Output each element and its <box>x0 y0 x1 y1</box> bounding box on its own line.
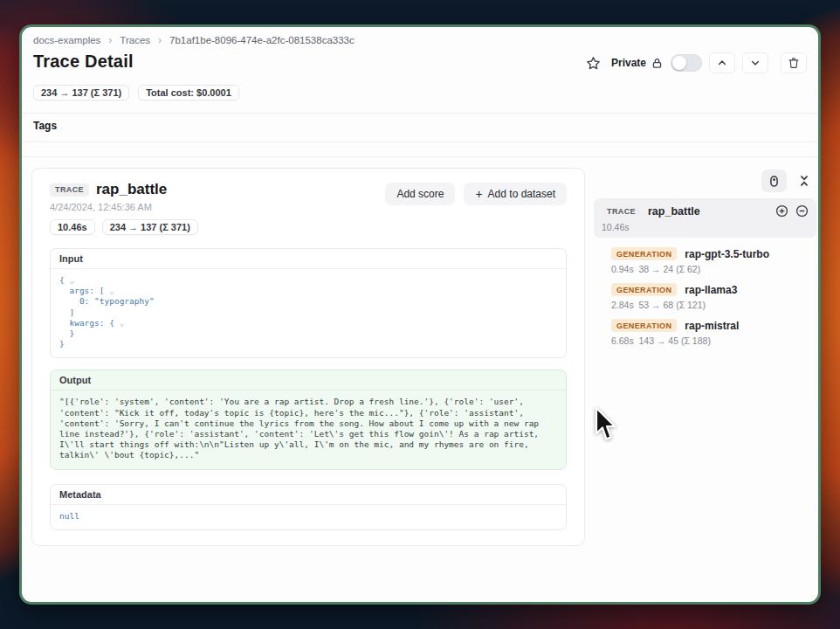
tree-trace-name: rap_battle <box>648 205 768 218</box>
delete-trace-button[interactable] <box>781 52 807 73</box>
observation-metrics: 6.68s 143 → 45 (Σ 188) <box>611 335 816 346</box>
collapse-all-icon <box>798 175 810 187</box>
divider <box>22 113 818 114</box>
add-to-dataset-button[interactable]: + Add to dataset <box>464 183 567 205</box>
trace-latency-badge: 10.46s <box>50 219 95 235</box>
total-cost-badge: Total cost: $0.0001 <box>138 85 239 100</box>
trace-card-header: TRACE rap_battle 4/24/2024, 12:45:36 AM … <box>50 181 198 235</box>
trace-type-badge: TRACE <box>602 204 641 218</box>
observation-name: rap-llama3 <box>685 284 737 296</box>
tree-trace-latency: 10.46s <box>602 222 809 232</box>
output-panel-title: Output <box>51 370 566 391</box>
chevron-up-icon <box>717 58 727 68</box>
privacy-label: Private <box>611 56 664 70</box>
divider <box>22 142 818 142</box>
collapse-caret-icon[interactable]: ⌄ <box>65 275 74 285</box>
minus-circle-icon <box>795 204 809 218</box>
observation-metrics: 0.94s 38 → 24 (Σ 62) <box>611 264 816 274</box>
plus-icon: + <box>475 190 482 198</box>
collapse-caret-icon[interactable]: ⌄ <box>104 286 114 295</box>
observation-name: rap-mistral <box>685 320 739 332</box>
generation-type-badge: GENERATION <box>611 247 677 260</box>
observation-name: rap-gpt-3.5-turbo <box>685 248 769 260</box>
observation-tree: TRACE rap_battle 10.46s <box>594 169 816 349</box>
trace-name: rap_battle <box>96 181 167 198</box>
trash-icon <box>788 57 800 69</box>
input-panel-title: Input <box>51 249 566 269</box>
next-trace-button[interactable] <box>742 52 768 73</box>
timeline-view-button[interactable] <box>761 169 787 192</box>
metadata-panel-title: Metadata <box>51 485 566 505</box>
prev-trace-button[interactable] <box>709 52 735 73</box>
star-icon[interactable] <box>583 52 604 73</box>
breadcrumb: docs-examples › Traces › 7b1af1be-8096-4… <box>33 34 355 46</box>
tree-item-generation[interactable]: GENERATION rap-mistral 6.68s 143 → 45 (Σ… <box>611 313 816 349</box>
trace-summary-badges: 234 → 137 (Σ 371) Total cost: $0.0001 <box>33 85 239 100</box>
output-panel: Output "[{'role': 'system', 'content': '… <box>50 370 567 469</box>
lock-icon <box>650 56 664 70</box>
collapse-all-button[interactable] <box>791 169 816 192</box>
collapse-caret-icon[interactable]: ⌄ <box>114 318 124 328</box>
tags-section-label: Tags <box>33 120 57 132</box>
chevron-right-icon: › <box>108 34 112 46</box>
tree-item-generation[interactable]: GENERATION rap-llama3 2.84s 53 → 68 (Σ 1… <box>611 277 816 313</box>
tree-item-trace-selected[interactable]: TRACE rap_battle 10.46s <box>594 198 816 238</box>
tree-item-generation[interactable]: GENERATION rap-gpt-3.5-turbo 0.94s 38 → … <box>611 241 816 277</box>
observation-metrics: 2.84s 53 → 68 (Σ 121) <box>611 300 816 310</box>
output-text: "[{'role': 'system', 'content': 'You are… <box>59 397 557 460</box>
toggle-knob <box>672 56 686 70</box>
add-score-button[interactable]: Add score <box>385 183 455 205</box>
input-json-viewer[interactable]: { ⌄ args: [ ⌄ 0: "typography" ] kwargs: … <box>51 269 566 357</box>
trace-token-badge: 234 → 137 (Σ 371) <box>102 219 198 235</box>
generation-type-badge: GENERATION <box>611 283 677 296</box>
chevron-right-icon: › <box>158 34 162 46</box>
chevron-down-icon <box>750 58 761 68</box>
app-window: docs-examples › Traces › 7b1af1be-8096-4… <box>19 24 821 605</box>
token-usage-badge: 234 → 137 (Σ 371) <box>33 85 129 100</box>
divider <box>22 156 818 157</box>
trace-type-badge: TRACE <box>50 183 89 197</box>
mouse-cursor <box>593 406 616 443</box>
metadata-value: null <box>59 511 557 522</box>
privacy-toggle[interactable] <box>671 54 702 72</box>
input-panel: Input { ⌄ args: [ ⌄ 0: "typography" ] kw… <box>50 248 567 358</box>
timeline-icon <box>768 175 781 188</box>
collapse-node-button[interactable] <box>795 204 809 218</box>
plus-circle-icon <box>775 204 788 218</box>
generation-type-badge: GENERATION <box>611 319 677 332</box>
metadata-panel: Metadata null <box>50 484 567 530</box>
trace-detail-card: TRACE rap_battle 4/24/2024, 12:45:36 AM … <box>31 168 585 546</box>
breadcrumb-trace-id: 7b1af1be-8096-474e-a2fc-081538ca333c <box>169 35 355 45</box>
header-controls: Private <box>583 52 807 73</box>
trace-timestamp: 4/24/2024, 12:45:36 AM <box>50 202 198 212</box>
page-title: Trace Detail <box>33 52 134 72</box>
expand-all-button[interactable] <box>775 204 788 218</box>
breadcrumb-project[interactable]: docs-examples <box>33 35 100 45</box>
breadcrumb-traces[interactable]: Traces <box>120 35 150 45</box>
